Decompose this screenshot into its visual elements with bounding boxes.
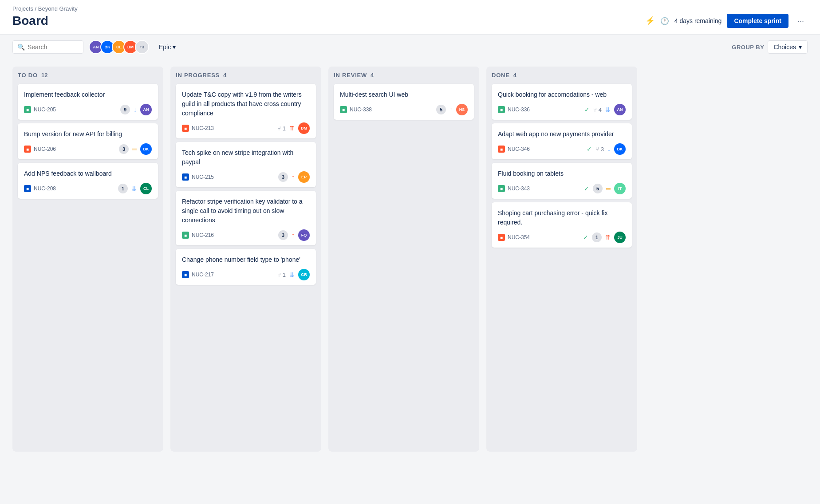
check-icon: ✓ [587,146,592,153]
column-title: DONE [492,72,510,79]
card[interactable]: Quick booking for accomodations - web ■ … [492,84,632,120]
task-icon: ■ [182,173,189,181]
card-meta-left: ■ NUC-217 [182,271,214,278]
avatar-more[interactable]: +3 [135,40,149,54]
card-title: Tech spike on new stripe integration wit… [182,148,310,167]
column-header: DONE 4 [492,72,632,79]
branch-icon: ⑂ 1 [277,125,286,132]
card-title: Multi-dest search UI web [340,90,468,99]
column-title: IN PROGRESS [176,72,220,79]
more-options-button[interactable]: ··· [794,15,808,28]
epic-label: Epic [159,43,171,51]
card-meta-left: ■ NUC-343 [498,185,530,192]
issue-id: NUC-346 [508,146,530,152]
issue-id: NUC-343 [508,185,530,192]
issue-id: NUC-215 [192,174,214,180]
card-title: Update T&C copy with v1.9 from the write… [182,90,310,118]
story-points-badge: 3 [278,230,288,240]
card[interactable]: Tech spike on new stripe integration wit… [176,142,316,187]
choices-label: Choices [773,43,796,51]
priority-highest-icon: ⇈ [605,234,611,241]
column-header: IN REVIEW 4 [334,72,474,79]
card-meta-left: ■ NUC-213 [182,125,214,132]
card[interactable]: Bump version for new API for billing ■ N… [18,123,158,159]
priority-high-icon: ↑ [449,106,453,113]
story-points-badge: 3 [278,172,288,182]
card-meta-right: ⑂ 1⇈DM [277,122,310,134]
column-todo: TO DO 12 Implement feedback collector ■ … [12,67,163,452]
story-points-badge: 5 [593,184,603,193]
assignee-avatar: DM [298,122,310,134]
card-title: Refactor stripe verification key validat… [182,197,310,225]
assignee-avatar: AN [140,104,152,115]
priority-medium-icon: ═ [132,146,137,153]
story-icon: ■ [24,106,31,113]
assignee-avatar: EP [298,171,310,183]
issue-id: NUC-216 [192,232,214,238]
priority-highest-icon: ⇈ [289,125,295,132]
card-meta-right: 3↑EP [278,171,310,183]
card-meta-right: ⑂ 1⇊GR [277,269,310,280]
card-meta-right: 3↑FQ [278,229,310,241]
issue-id: NUC-205 [34,106,56,113]
search-input[interactable] [28,43,79,51]
assignee-avatar: GR [298,269,310,280]
priority-high-icon: ↑ [292,173,295,181]
card-footer: ■ NUC-346 ✓⑂ 3↓BK [498,143,626,155]
card-title: Bump version for new API for billing [24,130,152,139]
card[interactable]: Change phone number field type to 'phone… [176,249,316,285]
issue-id: NUC-336 [508,106,530,113]
page-title: Board [12,14,48,28]
card[interactable]: Adapt web app no new payments provider ■… [492,123,632,159]
task-icon: ■ [182,271,189,278]
assignee-avatar: FQ [298,229,310,241]
card-meta-left: ■ NUC-354 [498,234,530,241]
story-icon: ■ [182,232,189,239]
priority-high-icon: ↑ [292,232,295,239]
check-icon: ✓ [583,234,588,241]
card-title: Quick booking for accomodations - web [498,90,626,99]
card-meta-right: ✓5═IT [584,183,626,194]
story-points-badge: 1 [592,232,602,242]
card[interactable]: Shoping cart purchasing error - quick fi… [492,202,632,248]
card-meta-left: ■ NUC-215 [182,173,214,181]
assignee-avatar: BK [140,143,152,155]
board: TO DO 12 Implement feedback collector ■ … [0,59,820,459]
assignee-avatar: HS [456,104,468,115]
story-points-badge: 5 [436,105,446,114]
card-meta-right: 1⇊CL [118,183,152,194]
bug-icon: ■ [498,146,505,153]
card[interactable]: Implement feedback collector ■ NUC-205 9… [18,84,158,120]
assignee-avatar: CL [140,183,152,194]
card-meta-right: ✓⑂ 4⇊AN [584,104,626,115]
card-meta-left: ■ NUC-216 [182,232,214,239]
card-meta-left: ■ NUC-205 [24,106,56,113]
bug-icon: ■ [24,146,31,153]
card[interactable]: Add NPS feedback to wallboard ■ NUC-208 … [18,163,158,199]
issue-id: NUC-338 [350,106,372,113]
assignee-avatar: IT [614,183,626,194]
card-meta-right: ✓1⇈JU [583,232,626,243]
card-title: Fluid booking on tablets [498,169,626,178]
priority-lowest-icon: ⇊ [289,271,295,278]
sprint-remaining: 4 days remaining [674,17,722,24]
card[interactable]: Multi-dest search UI web ■ NUC-338 5↑HS [334,84,474,120]
story-icon: ■ [498,185,505,192]
assignee-avatar: JU [614,232,626,243]
column-count: 4 [513,72,516,79]
card[interactable]: Fluid booking on tablets ■ NUC-343 ✓5═IT [492,163,632,199]
card-title: Change phone number field type to 'phone… [182,255,310,264]
complete-sprint-button[interactable]: Complete sprint [727,14,788,28]
header-actions: ⚡ 🕐 4 days remaining Complete sprint ··· [645,14,808,28]
card[interactable]: Update T&C copy with v1.9 from the write… [176,84,316,138]
card-meta-left: ■ NUC-346 [498,146,530,153]
choices-dropdown[interactable]: Choices ▾ [768,40,808,54]
branch-icon: ⑂ 1 [277,272,286,278]
card[interactable]: Refactor stripe verification key validat… [176,191,316,245]
card-footer: ■ NUC-354 ✓1⇈JU [498,232,626,243]
epic-filter-button[interactable]: Epic ▾ [154,41,180,53]
story-icon: ■ [498,106,505,113]
card-footer: ■ NUC-216 3↑FQ [182,229,310,241]
header: Projects / Beyond Gravity Board ⚡ 🕐 4 da… [0,0,820,35]
team-avatars: AN BK CL DM +3 [89,40,149,54]
